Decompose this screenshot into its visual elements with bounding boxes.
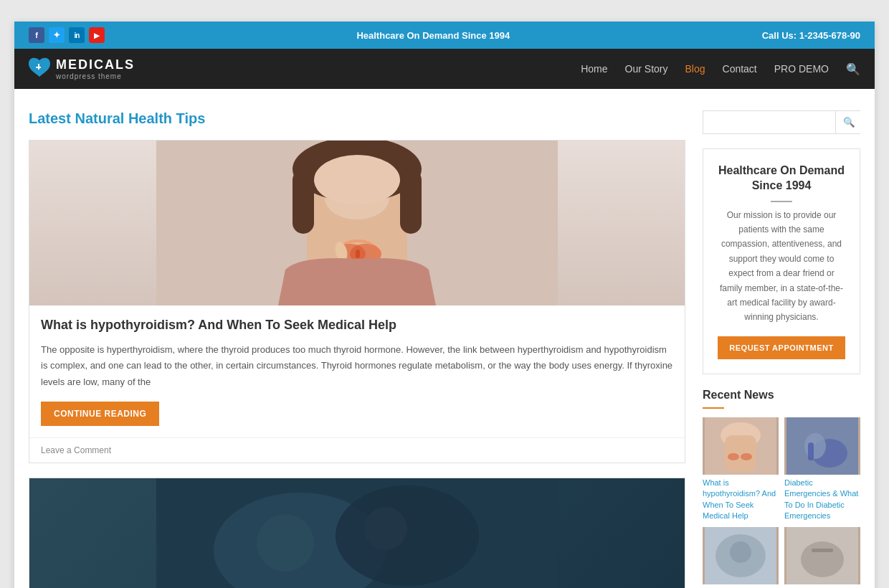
svg-point-23 (728, 453, 739, 460)
svg-point-18 (257, 514, 314, 572)
search-input[interactable] (703, 111, 835, 133)
article-footer-1: Leave a Comment (29, 437, 685, 463)
recent-thumb-3 (703, 527, 779, 584)
svg-point-8 (314, 155, 400, 205)
recent-news-divider (703, 407, 724, 409)
nav-bar: MEDICALS wordpress theme Home Our Story … (14, 49, 875, 89)
top-bar-tagline: Healthcare On Demand Since 1994 (356, 30, 510, 41)
svg-point-17 (336, 485, 479, 586)
logo[interactable]: MEDICALS wordpress theme (29, 57, 135, 82)
nav-blog[interactable]: Blog (685, 63, 705, 75)
article-card-1: What is hypothyroidism? And When To Seek… (29, 140, 685, 463)
youtube-icon[interactable]: ▶ (89, 27, 105, 43)
recent-news-widget: Recent News (703, 389, 860, 588)
site-wrapper: f ✦ in ▶ Healthcare On Demand Since 1994… (14, 22, 875, 588)
linkedin-icon[interactable]: in (69, 27, 85, 43)
svg-point-24 (741, 453, 752, 460)
nav-contact[interactable]: Contact (723, 63, 757, 75)
leave-comment-link[interactable]: Leave a Comment (41, 445, 111, 455)
recent-news-item-3[interactable] (703, 527, 779, 587)
svg-point-31 (730, 541, 751, 563)
widget-title: Healthcare On Demand Since 1994 (718, 163, 845, 194)
main-content: Latest Natural Health Tips (14, 89, 875, 588)
section-title: Latest Natural Health Tips (29, 110, 685, 127)
social-icons: f ✦ in ▶ (29, 27, 105, 43)
content-left: Latest Natural Health Tips (29, 110, 685, 588)
article-image-1 (29, 141, 685, 305)
nav-home[interactable]: Home (581, 63, 607, 75)
logo-text: MEDICALS wordpress theme (56, 57, 135, 80)
continue-reading-button[interactable]: CONTINUE READING (41, 402, 159, 426)
svg-point-27 (804, 433, 826, 459)
article-body-1: What is hypothyroidism? And When To Seek… (29, 305, 685, 437)
page-wrapper: f ✦ in ▶ Healthcare On Demand Since 1994… (0, 0, 889, 588)
recent-thumb-4 (784, 527, 860, 584)
sidebar-search: 🔍 (703, 110, 860, 134)
svg-rect-6 (293, 169, 314, 234)
request-appointment-button[interactable]: REQUEST APPOINTMENT (718, 336, 845, 359)
nav-pro-demo[interactable]: PRO DEMO (774, 63, 829, 75)
article-image-2 (29, 478, 685, 588)
nav-our-story[interactable]: Our Story (625, 63, 668, 75)
content-right: 🔍 Healthcare On Demand Since 1994 Our mi… (703, 110, 860, 588)
recent-news-grid: What is hypothyroidism? And When To Seek… (703, 417, 860, 588)
svg-rect-11 (356, 250, 360, 258)
article-title-1: What is hypothyroidism? And When To Seek… (41, 317, 673, 333)
article-excerpt-1: The opposite is hyperthyroidism, where t… (41, 342, 673, 389)
twitter-icon[interactable]: ✦ (49, 27, 65, 43)
about-widget: Healthcare On Demand Since 1994 Our miss… (703, 148, 860, 374)
svg-rect-22 (725, 435, 756, 471)
svg-point-33 (801, 541, 844, 577)
search-button[interactable]: 🔍 (835, 111, 862, 133)
recent-thumb-2 (784, 417, 860, 475)
recent-news-item-1[interactable]: What is hypothyroidism? And When To Seek… (703, 417, 779, 522)
svg-point-19 (364, 507, 407, 550)
svg-rect-34 (812, 549, 833, 552)
top-bar-phone: Call Us: 1-2345-678-90 (762, 30, 860, 41)
svg-rect-28 (808, 442, 814, 460)
facebook-icon[interactable]: f (29, 27, 44, 43)
recent-news-title: Recent News (703, 389, 860, 402)
widget-divider (771, 201, 792, 202)
recent-news-item-4[interactable] (784, 527, 860, 587)
top-bar: f ✦ in ▶ Healthcare On Demand Since 1994… (14, 22, 875, 49)
recent-news-link-2[interactable]: Diabetic Emergencies & What To Do In Dia… (784, 478, 860, 522)
svg-rect-7 (400, 169, 422, 234)
article-card-2 (29, 478, 685, 588)
recent-news-item-2[interactable]: Diabetic Emergencies & What To Do In Dia… (784, 417, 860, 522)
logo-icon (29, 57, 50, 82)
recent-thumb-1 (703, 417, 779, 475)
recent-news-link-1[interactable]: What is hypothyroidism? And When To Seek… (703, 478, 779, 522)
search-icon-nav[interactable]: 🔍 (846, 62, 860, 76)
widget-description: Our mission is to provide our patients w… (718, 208, 845, 325)
nav-links: Home Our Story Blog Contact PRO DEMO 🔍 (581, 62, 860, 76)
